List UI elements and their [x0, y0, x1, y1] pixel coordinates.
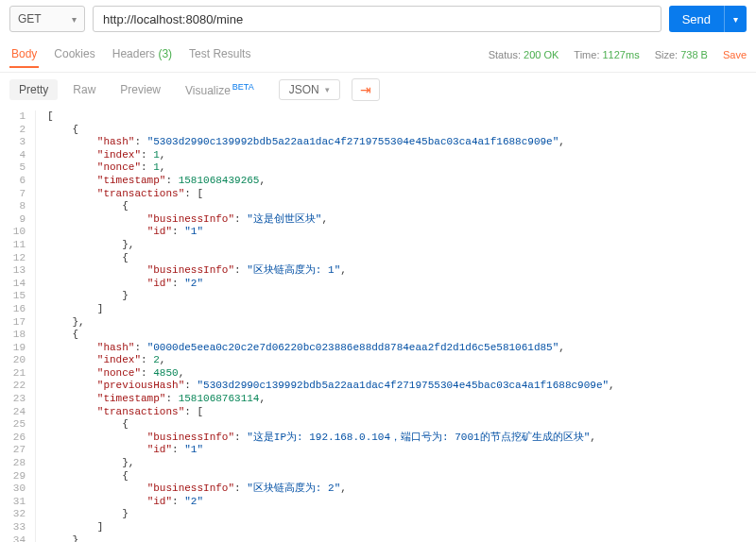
- wrap-lines-button[interactable]: ⇥: [352, 78, 380, 101]
- tab-headers[interactable]: Headers (3): [111, 42, 174, 68]
- wrap-icon: ⇥: [360, 82, 371, 97]
- response-status-row: Status: 200 OK Time: 1127ms Size: 738 B …: [489, 49, 747, 60]
- view-preview[interactable]: Preview: [111, 79, 170, 100]
- send-button-group: Send ▾: [669, 6, 747, 32]
- view-raw[interactable]: Raw: [63, 79, 105, 100]
- send-button[interactable]: Send: [669, 6, 724, 32]
- tab-test-results[interactable]: Test Results: [187, 42, 252, 68]
- beta-badge: BETA: [232, 82, 254, 92]
- time-value: 1127ms: [603, 49, 640, 60]
- chevron-down-icon: ▾: [325, 85, 330, 94]
- viewer-bar: Pretty Raw Preview VisualizeBETA JSON ▾ …: [0, 73, 756, 107]
- response-body: 1234567891011121314151617181920212223242…: [0, 107, 756, 542]
- view-pretty[interactable]: Pretty: [9, 79, 58, 100]
- status-value: 200 OK: [524, 49, 558, 60]
- size-value: 738 B: [680, 49, 708, 60]
- line-gutter: 1234567891011121314151617181920212223242…: [0, 110, 36, 542]
- view-visualize-label: Visualize: [185, 84, 231, 97]
- chevron-down-icon: ▾: [72, 14, 77, 25]
- json-code[interactable]: [ { "hash": "5303d2990c139992bdb5a22aa1d…: [36, 110, 756, 542]
- tab-body[interactable]: Body: [9, 42, 39, 68]
- response-tabs: Body Cookies Headers (3) Test Results: [9, 42, 252, 68]
- format-value: JSON: [289, 83, 319, 96]
- view-visualize[interactable]: VisualizeBETA: [176, 78, 264, 101]
- response-tabs-row: Body Cookies Headers (3) Test Results St…: [0, 38, 756, 73]
- http-method-value: GET: [18, 12, 42, 25]
- size-label: Size: 738 B: [655, 49, 708, 60]
- request-bar: GET ▾ Send ▾: [0, 0, 756, 38]
- tab-headers-label: Headers: [112, 47, 155, 60]
- tab-headers-count: (3): [158, 47, 172, 60]
- format-select[interactable]: JSON ▾: [279, 79, 340, 100]
- save-response-button[interactable]: Save: [723, 49, 747, 60]
- status-label: Status: 200 OK: [489, 49, 559, 60]
- http-method-select[interactable]: GET ▾: [9, 6, 85, 32]
- time-label: Time: 1127ms: [574, 49, 639, 60]
- tab-cookies[interactable]: Cookies: [52, 42, 96, 68]
- url-input[interactable]: [93, 6, 662, 32]
- send-dropdown-button[interactable]: ▾: [724, 6, 747, 32]
